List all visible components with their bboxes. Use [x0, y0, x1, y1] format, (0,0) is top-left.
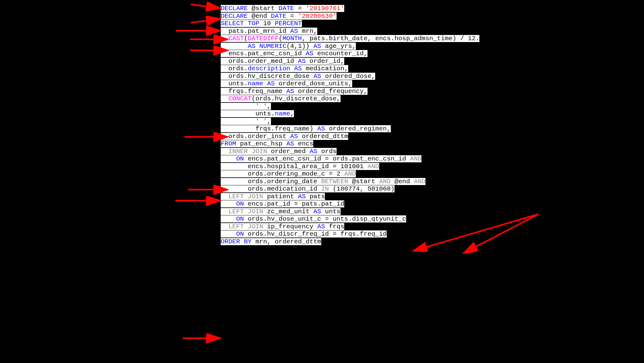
code-line-19: INNER JOIN order_med AS ords — [221, 148, 479, 156]
arrow-icon — [191, 19, 218, 23]
code-line-1: DECLARE @end DATE = '20200630' — [221, 13, 479, 20]
code-line-31: ORDER BY mrn, ordered_dttm — [221, 238, 479, 246]
code-line-20: ON encs.pat_enc_csn_id = ords.pat_enc_cs… — [221, 155, 479, 163]
code-line-30: ON ords.hv_discr_freq_id = frqs.freq_id — [221, 230, 479, 238]
code-line-7: ords.order_med_id AS order_id, — [221, 58, 479, 65]
code-line-10: unts.name AS ordered_dose_units, — [221, 80, 479, 88]
code-line-15: ' ', — [221, 118, 479, 126]
code-line-14: unts.name, — [221, 110, 479, 118]
code-line-26: ON encs.pat_id = pats.pat_id — [221, 200, 479, 208]
code-line-4: CAST(DATEDIFF(MONTH, pats.birth_date, en… — [221, 35, 479, 43]
code-line-24: ords.medication_id IN (180774, 501060) — [221, 185, 479, 193]
code-line-25: LEFT JOIN patient AS pats — [221, 193, 479, 201]
code-line-23: ords.ordering_date BETWEEN @start AND @e… — [221, 178, 479, 186]
code-line-6: encs.pat_enc_csn_id AS encounter_id, — [221, 50, 479, 58]
code-line-5: AS NUMERIC(4,1)) AS age_yrs, — [221, 43, 479, 50]
code-line-8: ords.description AS medication, — [221, 65, 479, 73]
code-line-9: ords.hv_discrete_dose AS ordered_dose, — [221, 73, 479, 80]
code-line-18: FROM pat_enc_hsp AS encs — [221, 140, 479, 148]
sql-code-block: DECLARE @start DATE = '20190701'DECLARE … — [221, 5, 479, 245]
arrow-icon — [191, 4, 218, 8]
code-line-27: LEFT JOIN zc_med_unit AS unts — [221, 208, 479, 216]
code-line-29: LEFT JOIN ip_frequency AS frqs — [221, 223, 479, 231]
code-line-2: SELECT TOP 10 PERCENT — [221, 20, 479, 28]
code-line-17: ords.order_inst AS ordered_dttm — [221, 133, 479, 141]
code-line-21: encs.hospital_area_id = 101001 AND — [221, 163, 479, 171]
code-line-22: ords.ordering_mode_c = 2 AND — [221, 170, 479, 178]
code-line-12: CONCAT(ords.hv_discrete_dose, — [221, 95, 479, 103]
code-line-3: pats.pat_mrn_id AS mrn, — [221, 28, 479, 35]
code-line-28: ON ords.hv_dose_unit_c = unts.disp_qtyun… — [221, 215, 479, 223]
code-line-0: DECLARE @start DATE = '20190701' — [221, 5, 479, 13]
code-line-16: frqs.freq_name) AS ordered_regimen, — [221, 125, 479, 133]
code-line-11: frqs.freq_name AS ordered_frequency, — [221, 88, 479, 95]
code-line-13: ' ', — [221, 103, 479, 110]
